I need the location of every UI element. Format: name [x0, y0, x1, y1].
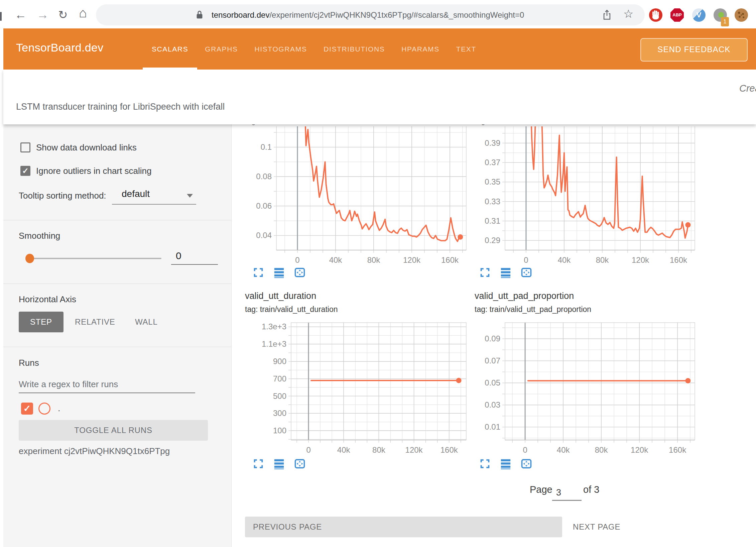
svg-text:0.01: 0.01: [485, 422, 500, 431]
scalar-chart-plot[interactable]: 040k80k120k160k0.290.310.330.350.370.39: [472, 126, 702, 265]
fullscreen-icon[interactable]: [253, 267, 264, 278]
tensorboard-logo: TensorBoard.dev: [16, 41, 104, 54]
tab-histograms[interactable]: HISTOGRAMS: [255, 28, 307, 70]
abp-extension-icon[interactable]: ABP: [670, 8, 684, 22]
next-page-button[interactable]: NEXT PAGE: [573, 517, 620, 537]
tooltip-sorting-label: Tooltip sorting method:: [19, 191, 106, 201]
svg-text:0: 0: [524, 255, 528, 264]
share-icon[interactable]: [602, 9, 612, 20]
browser-home-button[interactable]: ⌂: [79, 6, 87, 19]
divider: [3, 284, 231, 284]
browser-reload-button[interactable]: ↻: [58, 8, 68, 21]
svg-text:0.06: 0.06: [256, 201, 272, 210]
fullscreen-icon[interactable]: [479, 267, 491, 278]
svg-text:0.08: 0.08: [256, 172, 272, 181]
data-table-icon[interactable]: [273, 458, 285, 469]
data-table-icon[interactable]: [500, 267, 511, 278]
divider: [3, 220, 231, 220]
send-feedback-button[interactable]: SEND FEEDBACK: [640, 38, 748, 62]
fit-domain-icon[interactable]: [521, 267, 532, 278]
svg-text:0.39: 0.39: [485, 138, 500, 147]
svg-text:0.31: 0.31: [485, 216, 500, 225]
svg-text:80k: 80k: [372, 445, 386, 454]
bookmark-star-icon[interactable]: ☆: [623, 7, 633, 20]
abp-label: ABP: [672, 12, 681, 17]
chart-toolbar: [253, 267, 305, 278]
experiment-title: LSTM transducer training for LibriSpeech…: [16, 102, 225, 112]
fullscreen-icon[interactable]: [479, 458, 491, 469]
run-color-swatch: [38, 403, 50, 415]
v-extension-icon[interactable]: V: [692, 8, 706, 22]
svg-text:900: 900: [273, 357, 286, 366]
fit-domain-icon[interactable]: [294, 458, 305, 469]
smoothing-slider[interactable]: [29, 258, 161, 259]
data-table-icon[interactable]: [273, 267, 285, 278]
run-name: .: [58, 403, 60, 414]
svg-text:120k: 120k: [405, 445, 423, 454]
svg-text:40k: 40k: [329, 255, 343, 264]
scalar-chart-plot[interactable]: 040k80k120k160k0.010.030.050.070.09: [472, 322, 702, 455]
smoothing-label: Smoothing: [19, 231, 60, 241]
svg-text:0.07: 0.07: [485, 356, 500, 365]
svg-text:160k: 160k: [670, 255, 687, 264]
scalar-chart-plot[interactable]: 040k80k120k160k0.040.060.080.1: [243, 126, 473, 265]
tensorboard-page: ← → ↻ ⌂ tensorboard.dev/experiment/cj2vt…: [0, 0, 756, 547]
ignore-outliers-label: Ignore outliers in chart scaling: [36, 166, 151, 176]
scalar-chart-plot[interactable]: 040k80k120k160k1003005007009001.1e+31.3e…: [258, 322, 473, 455]
cookie-extension-icon[interactable]: [735, 8, 748, 22]
svg-text:100: 100: [273, 426, 286, 435]
ignore-outliers-checkbox[interactable]: ✓: [20, 166, 30, 176]
svg-text:0.35: 0.35: [485, 177, 500, 186]
fullscreen-icon[interactable]: [253, 458, 264, 469]
browser-chrome: ← → ↻ ⌂ tensorboard.dev/experiment/cj2vt…: [0, 0, 756, 28]
svg-text:0.33: 0.33: [485, 197, 500, 206]
fit-domain-icon[interactable]: [294, 267, 305, 278]
page-of-label: of 3: [583, 484, 599, 495]
axis-wall-button[interactable]: WALL: [135, 312, 158, 332]
tooltip-sorting-value: default: [122, 189, 150, 199]
run-checkbox[interactable]: ✓: [21, 403, 33, 415]
chart-title: valid_utt_pad_proportion: [475, 291, 574, 301]
show-download-links-checkbox[interactable]: [20, 142, 30, 152]
tab-hparams[interactable]: HPARAMS: [401, 28, 439, 70]
page-number-input[interactable]: [552, 487, 582, 501]
toggle-all-runs-button[interactable]: TOGGLE ALL RUNS: [19, 420, 208, 441]
fit-domain-icon[interactable]: [521, 458, 532, 469]
page-label: Page: [530, 484, 552, 495]
tab-scalars[interactable]: SCALARS: [152, 28, 188, 70]
previous-page-button[interactable]: PREVIOUS PAGE: [245, 517, 562, 537]
tab-distributions[interactable]: DISTRIBUTIONS: [324, 28, 385, 70]
url-text: tensorboard.dev/experiment/cj2vtPiwQHKN9…: [212, 4, 524, 25]
svg-text:0: 0: [295, 255, 299, 264]
smoothing-value-input[interactable]: [171, 247, 218, 265]
profile-extension-icon[interactable]: 1: [714, 8, 727, 22]
clipped-created-text: Crea: [739, 83, 756, 94]
data-table-icon[interactable]: [500, 458, 511, 469]
browser-forward-button[interactable]: →: [37, 8, 49, 21]
divider: [3, 347, 231, 347]
chevron-down-icon: [187, 194, 193, 198]
svg-text:40k: 40k: [558, 255, 571, 264]
address-bar[interactable]: tensorboard.dev/experiment/cj2vtPiwQHKN9…: [96, 4, 645, 25]
chart-tag: tag: train/valid_utt_duration: [245, 305, 338, 314]
settings-sidebar: Show data download links ✓ Ignore outlie…: [3, 124, 232, 547]
run-regex-input[interactable]: [19, 376, 195, 393]
adblock-extension-icon[interactable]: [649, 8, 662, 22]
svg-text:700: 700: [273, 374, 286, 383]
svg-text:80k: 80k: [367, 255, 381, 264]
axis-step-button[interactable]: STEP: [19, 312, 64, 332]
badge-count: 1: [724, 19, 727, 24]
svg-text:80k: 80k: [595, 445, 608, 454]
browser-back-button[interactable]: ←: [15, 8, 27, 21]
tab-graphs[interactable]: GRAPHS: [205, 28, 238, 70]
smoothing-slider-handle[interactable]: [25, 254, 34, 263]
axis-relative-button[interactable]: RELATIVE: [75, 312, 115, 332]
svg-text:0.03: 0.03: [485, 400, 500, 409]
main-nav: SCALARS GRAPHS HISTOGRAMS DISTRIBUTIONS …: [152, 28, 476, 70]
svg-text:0.05: 0.05: [485, 378, 500, 387]
tab-text[interactable]: TEXT: [456, 28, 476, 70]
svg-text:0.1: 0.1: [261, 142, 272, 151]
svg-text:1.1e+3: 1.1e+3: [262, 339, 286, 348]
tooltip-sorting-select[interactable]: default: [112, 188, 196, 205]
show-download-links-label: Show data download links: [36, 142, 137, 153]
